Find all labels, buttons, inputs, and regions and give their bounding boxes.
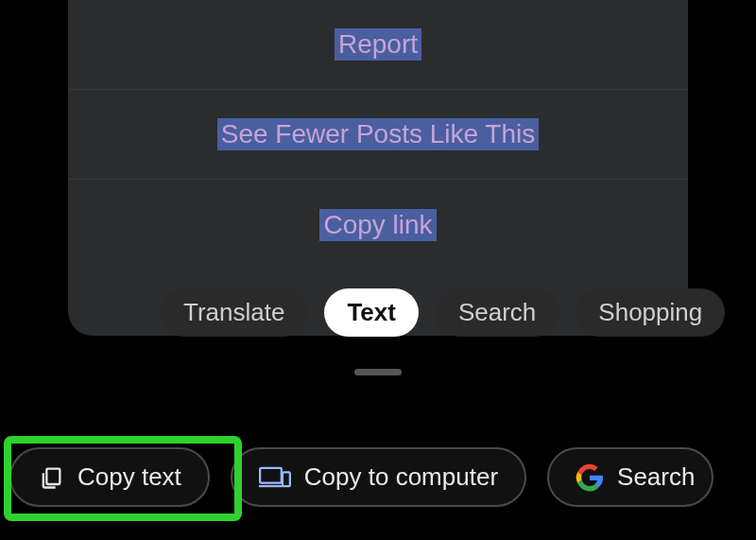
menu-item-report[interactable]: Report — [68, 0, 688, 90]
action-label: Copy text — [77, 462, 181, 492]
google-logo-icon — [576, 463, 604, 492]
svg-rect-1 — [260, 467, 282, 482]
underlying-menu-sheet: Report See Fewer Posts Like This Copy li… — [68, 0, 688, 336]
mode-translate[interactable]: Translate — [161, 288, 307, 337]
action-label: Copy to computer — [304, 462, 498, 492]
copy-icon — [38, 464, 64, 491]
mode-shopping[interactable]: Shopping — [576, 288, 725, 337]
mode-label: Text — [347, 298, 396, 326]
svg-rect-3 — [283, 472, 290, 486]
action-row: Copy text Copy to computer Search — [9, 447, 756, 507]
mode-text[interactable]: Text — [324, 288, 419, 337]
mode-label: Search — [458, 298, 536, 326]
copy-to-computer-button[interactable]: Copy to computer — [231, 447, 526, 507]
copy-text-button[interactable]: Copy text — [9, 447, 210, 507]
svg-rect-0 — [46, 468, 60, 483]
menu-item-label: See Fewer Posts Like This — [217, 118, 540, 150]
devices-icon — [259, 464, 291, 491]
menu-item-see-fewer[interactable]: See Fewer Posts Like This — [68, 90, 688, 180]
mode-label: Shopping — [598, 298, 702, 326]
menu-item-label: Report — [335, 28, 421, 61]
drag-handle[interactable] — [354, 369, 402, 375]
mode-search[interactable]: Search — [436, 288, 558, 337]
menu-item-label: Copy link — [319, 209, 436, 241]
mode-label: Translate — [183, 298, 284, 326]
lens-mode-row: Translate Text Search Shopping — [68, 288, 711, 337]
menu-item-copy-link[interactable]: Copy link — [68, 180, 688, 270]
google-search-button[interactable]: Search — [547, 447, 713, 507]
action-label: Search — [617, 462, 695, 492]
